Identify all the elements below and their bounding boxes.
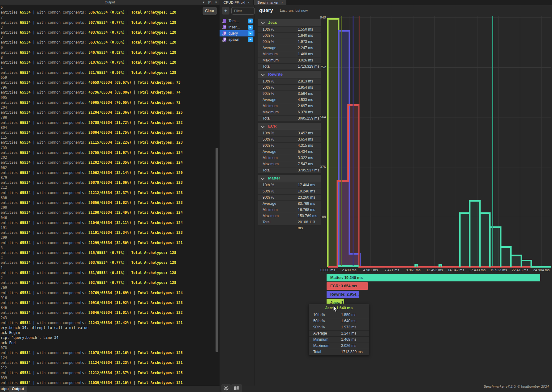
section-header-ecr[interactable]: ECR [258,123,321,130]
stat-value: 3.564 ms [296,91,321,97]
stat-label: Total [258,64,296,70]
console-line: 659 [1,75,217,80]
stats-table: Jecs10th %1.550 ms50th %1.640 ms90th %1.… [258,19,321,227]
y-axis-label: 564 [314,115,326,119]
x-axis-label: 12.452 ms [424,268,445,272]
console-line: entities 65534 | with common components:… [1,360,217,365]
console-line: ery.bench:34: attempt to call a nil valu… [1,325,217,330]
console-line: entities 65534 | with common components:… [1,220,217,225]
docs-button[interactable] [231,384,242,392]
x-axis-label: 0.000 ms [317,268,339,272]
stat-row: Total20108.113 ms [258,219,321,225]
gear-icon [224,386,229,391]
stat-label: 90th % [258,143,296,149]
console-line: 7 [1,15,217,20]
console-line: ack End [1,340,217,345]
stat-row: Average4.533 ms [258,97,321,103]
stat-label: Maximum [258,161,296,167]
console-line: entities 65534 | with common components:… [1,240,217,245]
editor-tabbar: CPUDIFF.rbxl× Benchmarker× [220,0,552,5]
close-icon[interactable]: × [215,0,217,5]
play-button[interactable]: ▶ [248,25,253,30]
stat-value: 19.240 ms [296,188,321,194]
histogram-svg [322,15,552,272]
console-line: entities 65534 | with common components:… [1,380,217,385]
section-name: Matter [268,176,280,180]
stat-value: 3.026 ms [296,57,321,63]
play-button[interactable]: ▶ [248,19,253,23]
tooltip-label: Maximum [309,343,341,349]
stat-row: Average83.769 ms [258,201,321,207]
stat-row: 10th %2.813 ms [258,78,321,84]
add-benchmark-button[interactable]: + [222,7,229,15]
stat-label: Maximum [258,57,296,63]
play-button[interactable]: ▶ [248,31,253,36]
benchmarker-window: Output ▾ ◱ × Clear 6entities 65534 | wit… [0,0,552,392]
console-line: entities 65534 | with common components:… [1,150,217,155]
stat-row: 50th %1.640 ms [258,33,321,39]
stat-label: Minimum [258,155,296,161]
chevron-down-icon [261,72,265,76]
chevron-down-icon[interactable]: ▾ [203,0,205,5]
console-line: entities 65534 | with common components:… [1,10,217,15]
sidebar-item-spawn[interactable]: spawn▶ [220,36,255,43]
stat-row: 50th %3.654 ms [258,137,321,142]
tab-output[interactable]: Output [9,386,27,392]
console-log[interactable]: 6entities 65534 | with common components… [1,5,217,385]
tab-output-partial[interactable]: utput [1,387,10,391]
settings-button[interactable] [221,384,231,392]
console-line: 846 [1,305,217,310]
tab-benchmarker[interactable]: Benchmarker× [254,0,286,5]
histogram-chart[interactable]: 9407525643761880.000 ms2.490 ms4.981 ms7… [322,15,552,272]
legend-bar-rewrite[interactable]: Rewrite: 2.954… [327,291,359,298]
filter-input[interactable] [231,7,255,15]
section-header-matter[interactable]: Matter [258,175,321,182]
output-panel: Output ▾ ◱ × Clear 6entities 65534 | wit… [0,0,220,392]
console-line: entities 65534 | with common components:… [1,80,217,85]
stat-label: Maximum [258,213,296,219]
console-line: entities 65534 | with common components:… [1,40,217,45]
last-run-label: Last run: just now [280,9,308,12]
x-axis-label: 19.923 ms [488,268,509,272]
stat-label: Total [258,219,296,225]
console-line: 191 [1,225,217,230]
console-line: entities 65534 | with common components:… [1,300,217,305]
stat-row: Total1713.329 ms [258,64,321,70]
section-header-jecs[interactable]: Jecs [258,19,321,26]
legend-bar-matter[interactable]: Matter: 19.240 ms [327,274,540,281]
console-line: 3 [1,25,217,30]
stat-row: Minimum1.468 ms [258,51,321,57]
sidebar-item-tem[interactable]: Tem…▶ [220,18,255,24]
tab-cpudiff[interactable]: CPUDIFF.rbxl× [220,0,253,5]
close-icon[interactable]: × [281,1,283,4]
x-axis-label: 17.433 ms [466,268,488,272]
stat-value: 2.697 ms [296,103,321,109]
play-button[interactable]: ▶ [248,37,253,42]
stat-value: 5.434 ms [296,149,321,155]
clear-button[interactable]: Clear [203,7,217,15]
stat-value: 3.457 ms [296,130,321,136]
tooltip-row: 10th %1.550 ms [309,312,369,318]
close-icon[interactable]: × [248,1,250,4]
version-footer: Benchmarker v7.2.0, © boatbomber 2024 [484,385,549,388]
output-panel-header[interactable]: Output ▾ ◱ × [0,0,220,5]
console-line: 2 [1,275,217,280]
stat-row: 50th %19.240 ms [258,188,321,194]
stat-row: 90th %1.973 ms [258,39,321,45]
console-line: entities 65534 | with common components:… [1,190,217,195]
series-ecr [328,105,540,267]
console-line: 039 [1,375,217,380]
console-scrollbar[interactable] [216,148,218,352]
stat-label: 50th % [258,85,296,91]
float-window-icon[interactable]: ◱ [208,0,211,5]
sidebar-item-inser[interactable]: inser…▶ [220,24,255,30]
x-axis-label: 22.413 ms [509,268,531,272]
stat-row: 50th %2.954 ms [258,85,321,91]
legend-bar-ecr[interactable]: ECR: 3.654 ms [327,282,368,290]
stat-label: Average [258,149,296,155]
console-line: 1 [1,265,217,270]
sidebar-item-query[interactable]: query▶ [220,30,255,36]
section-header-rewrite[interactable]: Rewrite [258,71,321,78]
tooltip-row: Average2.247 ms [309,331,369,337]
console-line: entities 65534 | with common components:… [1,320,217,325]
